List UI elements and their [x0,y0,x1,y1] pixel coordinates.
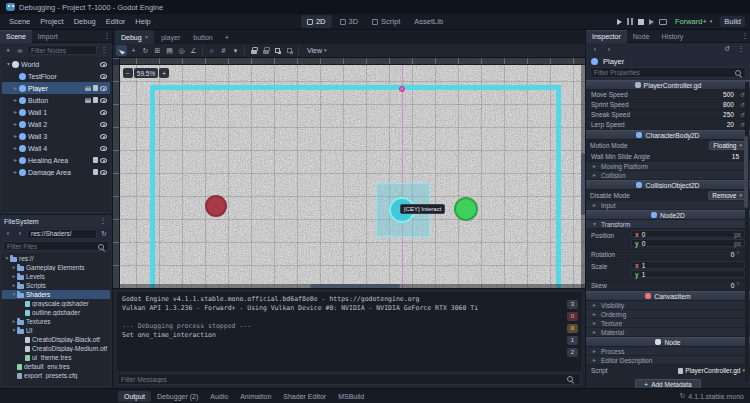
visibility-eye-icon[interactable] [100,134,107,139]
scale-y-field[interactable]: y1 [631,270,745,278]
fold-visibility[interactable]: Visibility [586,301,750,310]
script-icon[interactable] [93,97,98,103]
fold-ordering[interactable]: Ordering [586,310,750,319]
play-scene-button[interactable] [649,19,654,25]
scene-node-wall-4[interactable]: Wall 4 [2,142,110,154]
fs-entry-outline-gdshader[interactable]: outline.gdshader [2,308,110,317]
prop-motion-mode[interactable]: Motion ModeFloating [586,140,750,151]
bottom-tab-msbuild[interactable]: MSBuild [332,391,370,402]
filter-files-input[interactable] [3,241,109,251]
pause-button[interactable] [627,18,633,25]
new-scene-tab-button[interactable] [220,34,234,41]
tab-scene[interactable]: Scene [0,30,32,43]
menu-scene[interactable]: Scene [4,15,35,28]
visibility-eye-icon[interactable] [100,62,107,67]
fs-entry-export-presets[interactable]: export_presets.cfg [2,371,110,380]
bottom-tab-output[interactable]: Output [118,391,151,402]
warnings-count-badge[interactable]: 0 [567,324,578,333]
open-scene-icon[interactable] [85,98,91,103]
scene-node-player[interactable]: Player [2,82,110,94]
chevron-right-icon[interactable] [12,145,19,151]
fold-input[interactable]: Input [586,201,750,210]
bottom-tab-animation[interactable]: Animation [234,391,277,402]
tab-history[interactable]: History [656,30,690,43]
prop-value[interactable]: 15 [732,153,739,160]
movie-maker-button[interactable] [659,19,667,25]
workspace-tab-assetlib[interactable]: AssetLib [408,15,449,28]
fs-entry-creatodisplay-black[interactable]: CreatoDisplay-Black.otf [2,335,110,344]
scene-node-wall-2[interactable]: Wall 2 [2,118,110,130]
select-tool-icon[interactable] [116,45,127,56]
visibility-eye-icon[interactable] [100,146,107,151]
visibility-eye-icon[interactable] [100,158,107,163]
build-button[interactable]: Build [720,16,745,27]
fs-entry-scripts[interactable]: Scripts [2,281,110,290]
instance-scene-button[interactable] [15,45,25,55]
fs-entry-ui[interactable]: UI [2,326,110,335]
add-node-button[interactable] [3,45,13,55]
script-value-field[interactable]: PlayerController.gd [678,367,745,374]
unlock-icon[interactable] [260,45,271,56]
current-path-field[interactable]: res://Shaders/ [27,229,97,239]
inspector-tools-icon[interactable] [736,44,746,54]
scene-tab-button[interactable]: button [187,30,218,44]
ungroup-icon[interactable] [284,45,295,56]
prop-skew[interactable]: Skew0° [586,281,750,291]
prop-value[interactable]: 0 [731,251,735,258]
pivot-tool-icon[interactable] [176,45,187,56]
scale-x-value[interactable]: 1 [642,262,646,269]
scene-node-damage-area[interactable]: Damage Area [2,166,110,178]
errors-count-badge[interactable]: 0 [567,312,578,321]
dock-options-icon[interactable] [102,31,112,41]
object-history-icon[interactable] [722,44,732,54]
history-back-icon[interactable] [590,44,600,54]
bottom-tab-audio[interactable]: Audio [204,391,234,402]
scrollbar-thumb[interactable] [744,136,748,208]
messages-count-badge[interactable]: 3 [567,300,578,309]
zoom-percent-button[interactable]: 59.5% [134,68,158,78]
prop-lerp-speed[interactable]: Lerp Speed20 [586,120,750,130]
add-metadata-button[interactable]: Add Metadata [635,379,700,388]
filter-properties-input[interactable] [590,67,746,78]
prop-wall-min-slide-angle[interactable]: Wall Min Slide Angle15 [586,151,750,162]
scene-node-button[interactable]: Button [2,94,110,106]
visibility-eye-icon[interactable] [100,110,107,115]
fs-entry-shaders[interactable]: Shaders [2,290,110,299]
list-select-tool-icon[interactable] [164,45,175,56]
filter-nodes-input[interactable] [27,45,97,55]
script-icon[interactable] [93,85,98,91]
fs-entry-creatodisplay-medium[interactable]: CreatoDisplay-Medium.otf [2,344,110,353]
fs-entry-gameplay-elements[interactable]: Gameplay Elements [2,263,110,272]
tab-inspector[interactable]: Inspector [586,30,627,43]
prop-value[interactable]: 0 [731,282,735,289]
chevron-right-icon[interactable] [12,133,19,139]
stop-button[interactable] [638,19,644,25]
snap-options-icon[interactable] [230,45,241,56]
nav-back-icon[interactable] [3,229,13,239]
script-icon[interactable] [93,169,98,175]
script-icon[interactable] [93,157,98,163]
chevron-down-icon[interactable] [5,61,12,67]
visibility-eye-icon[interactable] [100,122,107,127]
scale-x-field[interactable]: x1 [631,261,745,269]
wall-rectangle[interactable] [150,85,561,288]
prop-move-speed[interactable]: Move Speed500 [586,90,750,100]
scene-tab-debug[interactable]: Debug [115,30,154,44]
dock-options-icon[interactable] [98,216,108,226]
fold-moving-platform[interactable]: Moving Platform [586,162,750,171]
fold-material[interactable]: Material [586,328,750,337]
play-button[interactable] [617,19,622,25]
origin-marker[interactable] [399,86,405,92]
inspector-scrollbar[interactable] [745,82,749,382]
prop-value[interactable]: 800 [723,101,734,108]
prop-rotation[interactable]: Rotation0° [586,250,750,260]
history-forward-icon[interactable] [604,44,614,54]
prop-script[interactable]: Script PlayerController.gd [586,365,750,376]
fold-process[interactable]: Process [586,347,750,356]
button-ball[interactable] [454,197,478,221]
chevron-right-icon[interactable] [12,169,19,175]
bottom-tab-shader-editor[interactable]: Shader Editor [277,391,332,402]
menu-debug[interactable]: Debug [69,15,101,28]
filter-count-badge[interactable]: 2 [567,348,578,357]
group-transform[interactable]: Transform [586,220,750,229]
